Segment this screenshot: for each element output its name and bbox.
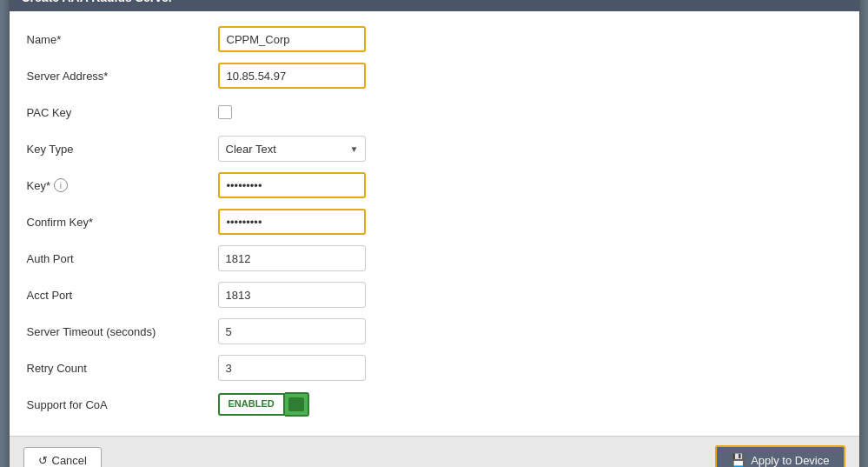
retry-count-label: Retry Count xyxy=(27,362,218,375)
dialog-title: Create AAA Radius Server xyxy=(22,0,174,4)
key-label: Key* i xyxy=(27,178,218,192)
server-address-label: Server Address* xyxy=(27,70,218,83)
key-type-row: Key Type Clear Text Encrypted ▼ xyxy=(27,135,842,163)
name-label: Name* xyxy=(27,33,218,46)
acct-port-input[interactable] xyxy=(218,282,366,308)
pac-key-row: PAC Key xyxy=(27,98,842,126)
key-row: Key* i xyxy=(27,171,842,199)
floppy-disk-icon: 💾 xyxy=(731,453,745,467)
auth-port-label: Auth Port xyxy=(27,252,218,265)
key-type-select[interactable]: Clear Text Encrypted xyxy=(218,136,366,162)
support-coa-toggle-wrapper: ENABLED xyxy=(218,392,309,417)
apply-label: Apply to Device xyxy=(751,454,829,467)
cancel-button[interactable]: ↺ Cancel xyxy=(23,447,102,468)
acct-port-row: Acct Port xyxy=(27,281,842,309)
confirm-key-label: Confirm Key* xyxy=(27,216,218,229)
server-timeout-row: Server Timeout (seconds) xyxy=(27,317,842,345)
confirm-key-row: Confirm Key* xyxy=(27,208,842,236)
dialog-header: Create AAA Radius Server × xyxy=(10,0,859,11)
server-address-input[interactable] xyxy=(218,63,366,89)
create-aaa-radius-dialog: Create AAA Radius Server × Name* Server … xyxy=(9,0,860,467)
support-coa-label: Support for CoA xyxy=(27,398,218,411)
server-timeout-label: Server Timeout (seconds) xyxy=(27,325,218,338)
undo-icon: ↺ xyxy=(38,454,48,467)
dialog-body: Name* Server Address* PAC Key Key Type C… xyxy=(10,11,859,436)
confirm-key-input[interactable] xyxy=(218,209,366,235)
retry-count-input[interactable] xyxy=(218,355,366,381)
apply-to-device-button[interactable]: 💾 Apply to Device xyxy=(715,445,845,467)
acct-port-label: Acct Port xyxy=(27,289,218,302)
support-coa-toggle-switch[interactable] xyxy=(285,392,309,417)
dialog-footer: ↺ Cancel 💾 Apply to Device xyxy=(10,436,859,467)
pac-key-label: PAC Key xyxy=(27,106,218,119)
key-info-icon[interactable]: i xyxy=(54,178,68,192)
key-type-label: Key Type xyxy=(27,143,218,156)
auth-port-row: Auth Port xyxy=(27,244,842,272)
pac-key-checkbox[interactable] xyxy=(218,105,232,119)
support-coa-row: Support for CoA ENABLED xyxy=(27,390,842,418)
name-row: Name* xyxy=(27,25,842,53)
name-input[interactable] xyxy=(218,26,366,52)
server-timeout-input[interactable] xyxy=(218,318,366,344)
support-coa-toggle-label: ENABLED xyxy=(218,393,285,415)
server-address-row: Server Address* xyxy=(27,62,842,90)
retry-count-row: Retry Count xyxy=(27,354,842,382)
toggle-switch-inner xyxy=(288,397,304,411)
key-input[interactable] xyxy=(218,172,366,198)
key-type-select-wrapper: Clear Text Encrypted ▼ xyxy=(218,136,366,162)
close-button[interactable]: × xyxy=(838,0,846,4)
auth-port-input[interactable] xyxy=(218,245,366,271)
cancel-label: Cancel xyxy=(52,454,87,467)
